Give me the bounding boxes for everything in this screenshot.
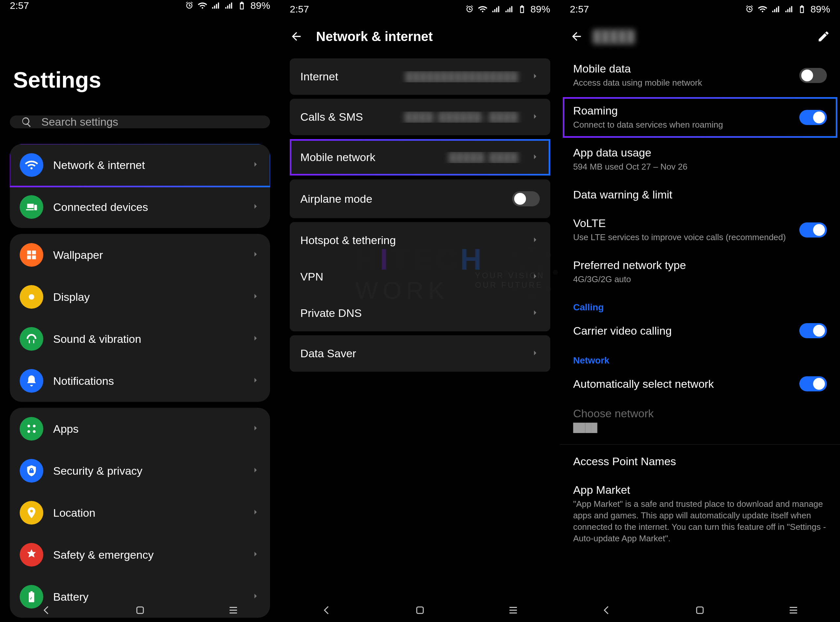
- setting-subtitle: Use LTE services to improve voice calls …: [573, 232, 791, 243]
- settings-row-sound-vibration[interactable]: Sound & vibration: [10, 318, 270, 360]
- chevron-right-icon: [251, 549, 260, 560]
- setting-app-market[interactable]: App Market"App Market" is a safe and tru…: [560, 476, 840, 552]
- row-label: Sound & vibration: [53, 333, 241, 345]
- settings-row-wallpaper[interactable]: Wallpaper: [10, 234, 270, 276]
- network-row-hotspot-tethering[interactable]: Hotspot & tethering: [290, 222, 550, 259]
- network-row-data-saver[interactable]: Data Saver: [290, 335, 550, 372]
- three-phone-tutorial: 2:57 89% Settings Search settings Networ…: [0, 0, 840, 622]
- page-header: █████: [560, 18, 840, 55]
- settings-group: WallpaperDisplaySound & vibrationNotific…: [10, 234, 270, 402]
- settings-row-apps[interactable]: Apps: [10, 408, 270, 450]
- back-icon[interactable]: [290, 30, 303, 43]
- svg-point-2: [33, 425, 35, 427]
- automatically-select-network-switch[interactable]: [799, 376, 827, 391]
- alarm-icon: [745, 5, 754, 14]
- back-nav-icon[interactable]: [321, 605, 332, 616]
- sound-icon: [20, 327, 43, 351]
- setting-subtitle: ████: [573, 422, 827, 433]
- network-row-calls-sms[interactable]: Calls & SMS████ (██████), ████: [290, 99, 550, 135]
- setting-subtitle: 594 MB used Oct 27 – Nov 26: [573, 161, 827, 172]
- notifications-icon: [20, 369, 43, 393]
- carrier-video-calling-switch[interactable]: [799, 323, 827, 338]
- signal1-icon: [771, 5, 780, 14]
- settings-row-security-privacy[interactable]: Security & privacy: [10, 450, 270, 492]
- setting-title: VoLTE: [573, 217, 791, 230]
- settings-row-connected-devices[interactable]: Connected devices: [10, 186, 270, 228]
- location-icon: [20, 501, 43, 524]
- battery-icon: [237, 1, 246, 10]
- setting-app-data-usage[interactable]: App data usage594 MB used Oct 27 – Nov 2…: [560, 139, 840, 180]
- row-label: Notifications: [53, 375, 241, 387]
- settings-row-network-internet[interactable]: Network & internet: [10, 144, 270, 186]
- alarm-icon: [185, 1, 194, 10]
- setting-data-warning-limit[interactable]: Data warning & limit: [560, 180, 840, 209]
- svg-rect-18: [417, 607, 423, 613]
- emergency-icon: [20, 543, 43, 567]
- setting-volte[interactable]: VoLTEUse LTE services to improve voice c…: [560, 209, 840, 251]
- settings-row-display[interactable]: Display: [10, 276, 270, 318]
- row-label: Apps: [53, 422, 241, 435]
- mobile-data-switch[interactable]: [799, 68, 827, 83]
- setting-preferred-network-type[interactable]: Preferred network type4G/3G/2G auto: [560, 251, 840, 293]
- setting-automatically-select-network[interactable]: Automatically select network: [560, 368, 840, 399]
- network-row-vpn[interactable]: VPN: [290, 259, 550, 295]
- signal2-icon: [504, 5, 514, 14]
- status-bar: 2:57 89%: [560, 0, 840, 18]
- wallpaper-icon: [20, 243, 43, 267]
- row-label: Network & internet: [53, 159, 241, 172]
- page-header: Network & internet: [280, 18, 560, 55]
- signal2-icon: [784, 5, 793, 14]
- home-nav-icon[interactable]: [134, 605, 146, 616]
- recent-nav-icon[interactable]: [508, 605, 519, 616]
- network-row-mobile-network[interactable]: Mobile network█████, ████: [290, 139, 550, 175]
- settings-row-location[interactable]: Location: [10, 492, 270, 534]
- row-label: Hotspot & tethering: [300, 234, 396, 247]
- svg-rect-5: [137, 607, 143, 613]
- setting-roaming[interactable]: RoamingConnect to data services when roa…: [560, 96, 840, 139]
- search-settings[interactable]: Search settings: [10, 116, 270, 128]
- chevron-right-icon: [251, 424, 260, 434]
- android-nav-bar: [0, 598, 280, 622]
- row-label: Internet: [300, 70, 338, 83]
- setting-title: Choose network: [573, 407, 827, 420]
- back-nav-icon[interactable]: [41, 605, 52, 616]
- settings-row-safety-emergency[interactable]: Safety & emergency: [10, 534, 270, 576]
- airplane-mode-switch[interactable]: [512, 191, 540, 206]
- row-value-blurred: ████████████████: [346, 71, 523, 82]
- setting-mobile-data[interactable]: Mobile dataAccess data using mobile netw…: [560, 55, 840, 96]
- row-label: Safety & emergency: [53, 549, 241, 561]
- setting-title: Automatically select network: [573, 378, 791, 390]
- recent-nav-icon[interactable]: [228, 605, 239, 616]
- recent-nav-icon[interactable]: [788, 605, 799, 616]
- back-nav-icon[interactable]: [601, 605, 612, 616]
- chevron-right-icon: [531, 235, 540, 246]
- status-time: 2:57: [10, 0, 29, 11]
- chevron-right-icon: [251, 376, 260, 386]
- divider: [560, 444, 840, 445]
- setting-access-point-names[interactable]: Access Point Names: [560, 447, 840, 476]
- chevron-right-icon: [251, 250, 260, 260]
- home-nav-icon[interactable]: [694, 605, 706, 616]
- setting-title: App data usage: [573, 146, 827, 159]
- setting-title: Data warning & limit: [573, 188, 827, 201]
- network-row-internet[interactable]: Internet████████████████: [290, 58, 550, 95]
- back-icon[interactable]: [570, 30, 583, 43]
- row-label: VPN: [300, 270, 323, 283]
- display-icon: [20, 285, 43, 309]
- network-row-airplane-mode[interactable]: Airplane mode: [290, 180, 550, 218]
- row-group: Hotspot & tetheringVPNPrivate DNS: [290, 222, 550, 331]
- chevron-right-icon: [531, 271, 540, 282]
- setting-carrier-video-calling[interactable]: Carrier video calling: [560, 315, 840, 346]
- home-nav-icon[interactable]: [415, 605, 425, 616]
- svg-point-3: [27, 430, 30, 433]
- volte-switch[interactable]: [799, 223, 827, 238]
- settings-row-notifications[interactable]: Notifications: [10, 360, 270, 402]
- setting-subtitle: Connect to data services when roaming: [573, 119, 791, 131]
- svg-point-0: [29, 294, 35, 300]
- svg-point-4: [33, 430, 35, 433]
- svg-rect-19: [697, 607, 703, 613]
- edit-icon[interactable]: [817, 30, 830, 43]
- wifi-icon: [198, 1, 207, 10]
- network-row-private-dns[interactable]: Private DNS: [290, 295, 550, 331]
- roaming-switch[interactable]: [799, 110, 827, 125]
